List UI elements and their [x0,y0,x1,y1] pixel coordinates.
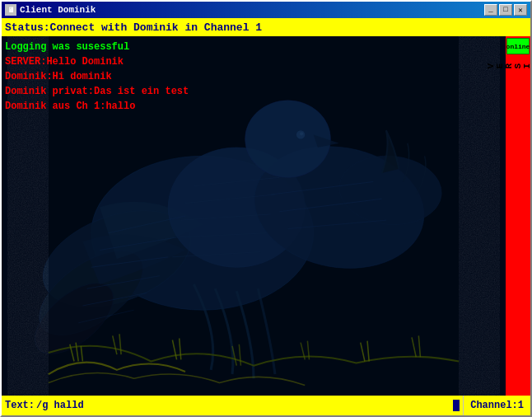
chat-area: Logging was susessful SERVER:Hello Domin… [2,36,506,396]
main-area: Logging was susessful SERVER:Hello Domin… [2,36,530,396]
version-label: VERSION [486,61,531,69]
channel-indicator: Channel:1 [463,396,530,415]
channel-label: Channel:1 [470,400,524,411]
window-title: Client Dominik [20,5,96,15]
status-text: Status:Connect with Dominik in Channel 1 [5,21,262,34]
message-line-4: Dominik privat:Das ist ein test [5,84,502,99]
messages-container: Logging was susessful SERVER:Hello Domin… [5,40,502,114]
main-window: 🖥 Client Dominik _ □ ✕ Status:Connect wi… [0,0,532,417]
bottom-bar: Text: /g halld Channel:1 [2,396,530,415]
text-cursor [453,400,460,411]
message-line-5: Dominik aus Ch 1:hallo [5,99,502,114]
status-bar: Status:Connect with Dominik in Channel 1 [2,18,530,36]
input-label: Text: [5,400,35,411]
close-button[interactable]: ✕ [514,4,527,16]
title-buttons: _ □ ✕ [484,4,527,16]
app-icon: 🖥 [5,4,16,16]
input-area: Text: /g halld [2,396,463,415]
maximize-button[interactable]: □ [499,4,512,16]
online-button[interactable]: online [506,38,530,54]
version-text: VERSION [487,61,531,69]
online-label: online [506,43,530,50]
minimize-button[interactable]: _ [484,4,497,16]
message-line-3: Dominik:Hi dominik [5,69,502,84]
message-line-1: Logging was susessful [5,40,502,54]
text-input[interactable]: /g halld [36,400,453,411]
title-bar: 🖥 Client Dominik _ □ ✕ [2,2,530,18]
message-line-2: SERVER:Hello Dominik [5,54,502,69]
sidebar: online VERSION [506,36,530,396]
title-bar-left: 🖥 Client Dominik [5,4,96,16]
